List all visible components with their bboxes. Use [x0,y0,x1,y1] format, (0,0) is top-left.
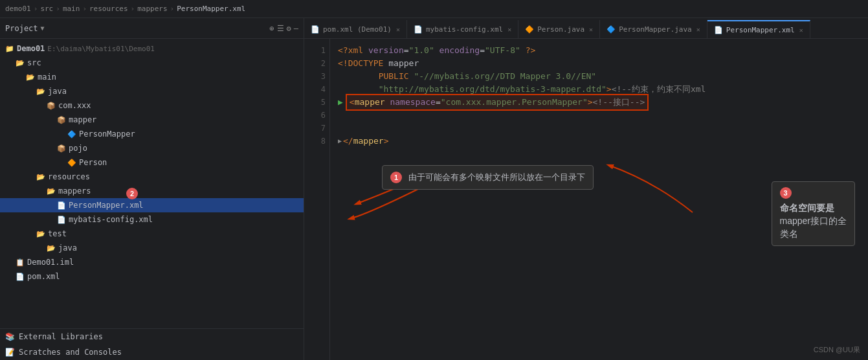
editor-area: 📄 pom.xml (Demo01) ✕ 📄 mybatis-config.xm… [304,18,868,360]
fold-icon: ▶ [338,135,342,148]
folder-icon: 📂 [36,230,45,238]
tree-item-mapper-pkg[interactable]: 📦 mapper [0,113,304,127]
tree-item-resources[interactable]: 📂 resources [0,170,304,184]
code-editor[interactable]: <?xml version="1.0" encoding="UTF-8" ?> … [330,39,868,360]
tab-xml-icon: 📄 [714,26,723,34]
breadcrumb-part: resources [89,5,128,13]
code-line-2: <!DOCTYPE mapper [338,57,860,70]
align-icon[interactable]: ☰ [277,24,284,33]
tree-item-mappers[interactable]: 📂 mappers [0,184,304,198]
watermark: CSDN @UU果 [814,345,860,355]
breadcrumb-part: mappers [137,5,167,13]
tree-label: java [48,87,67,96]
main-layout: Project ▼ ⊕ ☰ ⚙ — 📁 Demo01 E:\daima\Myba… [0,18,868,360]
file-tree: 📁 Demo01 E:\daima\Mybatis01\Demo01 📂 src… [0,39,304,328]
tree-item-test[interactable]: 📂 test [0,227,304,241]
tree-label: resources [48,172,90,181]
tab-mybatis-config[interactable]: 📄 mybatis-config.xml ✕ [407,20,518,38]
tree-item-personmapper-xml[interactable]: 📄 PersonMapper.xml [0,198,304,212]
xml-icon: 📄 [57,201,66,210]
sidebar-bottom: 📚 External Libraries 📝 Scratches and Con… [0,328,304,360]
tree-label: Person [79,158,107,167]
tree-item-pom[interactable]: 📄 pom.xml [0,269,304,284]
tab-pom[interactable]: 📄 pom.xml (Demo01) ✕ [304,20,407,38]
settings-icon[interactable]: ⚙ [287,24,291,33]
breadcrumb-current: PersonMapper.xml [177,5,245,13]
tree-label: src [27,58,41,67]
line-numbers: 1 2 3 4 5 6 7 8 [304,39,330,360]
sidebar-header-icons: ⊕ ☰ ⚙ — [269,24,298,33]
tab-person-java[interactable]: 🔶 Person.java ✕ [518,20,600,38]
tab-java-icon: 🔷 [606,25,616,34]
annotation-text-3a: 命名空间要是 [780,201,847,214]
tree-item-comxxx[interactable]: 📦 com.xxx [0,98,304,113]
tab-personmapper-java[interactable]: 🔷 PersonMapper.java ✕ [600,20,707,38]
ext-libs-label: External Libraries [19,332,103,341]
tab-close-icon[interactable]: ✕ [396,26,400,33]
tree-item-test-java[interactable]: 📂 java [0,241,304,255]
package-icon: 📦 [57,116,66,124]
tree-item-mybatis-config[interactable]: 📄 mybatis-config.xml [0,212,304,227]
folder-icon: 📂 [47,187,56,196]
code-line-1: <?xml version="1.0" encoding="UTF-8" ?> [338,44,860,57]
tree-label: Demo01.iml [27,258,74,267]
tree-label: mappers [58,186,91,196]
folder-icon: 📂 [36,173,45,181]
editor-content: 1 2 3 4 5 6 7 8 <?xml version="1.0" enco… [304,39,868,360]
tree-label: com.xxx [58,101,91,110]
tree-path: E:\daima\Mybatis01\Demo01 [47,45,155,53]
tree-item-personmapper-java[interactable]: 🔷 PersonMapper [0,127,304,141]
code-line-7 [338,122,860,135]
code-line-6 [338,109,860,122]
tree-label: Demo01 [17,44,45,53]
tab-close-icon[interactable]: ✕ [696,26,700,33]
package-icon: 📦 [47,102,56,110]
code-line-8: ▶ </mapper> [338,135,860,148]
tab-close-icon[interactable]: ✕ [589,26,593,33]
package-icon: 📦 [57,144,66,153]
folder-icon: 📂 [16,59,25,67]
tree-label: test [48,229,67,238]
xml-icon: 📄 [57,216,66,224]
folder-icon: 📂 [26,73,35,82]
close-sidebar-icon[interactable]: — [294,24,298,33]
code-line-3: PUBLIC "-//mybatis.org//DTD Mapper 3.0//… [338,70,860,83]
tab-label: pom.xml (Demo01) [323,25,392,34]
tab-close-icon[interactable]: ✕ [507,26,511,33]
tab-java-icon: 🔶 [525,25,534,34]
tree-item-demo01[interactable]: 📁 Demo01 E:\daima\Mybatis01\Demo01 [0,41,304,56]
badge-3: 3 [780,187,792,199]
breadcrumb-part: main [63,5,80,13]
tree-label: mybatis-config.xml [69,215,153,224]
tab-personmapper-xml[interactable]: 📄 PersonMapper.xml ✕ [707,20,810,38]
iml-icon: 📋 [16,258,25,267]
annotation-text-1: 由于可能会有多个映射文件所以放在一个目录下 [408,172,585,182]
tab-close-icon[interactable]: ✕ [799,27,803,34]
scratches-label: Scratches and Consoles [19,348,122,357]
annotation-tooltip-1: 1 由于可能会有多个映射文件所以放在一个目录下 [382,165,594,190]
tree-item-pojo[interactable]: 📦 pojo [0,141,304,155]
tree-label: java [58,243,77,253]
add-icon[interactable]: ⊕ [269,24,274,33]
tree-item-main[interactable]: 📂 main [0,70,304,84]
tree-item-person[interactable]: 🔶 Person [0,155,304,170]
sidebar-item-scratches[interactable]: 📝 Scratches and Consoles [0,344,304,360]
breadcrumb: demo01 › src › main › resources › mapper… [0,0,868,18]
tree-label: pom.xml [27,272,60,281]
sidebar-header: Project ▼ ⊕ ☰ ⚙ — [0,18,304,39]
tab-label: PersonMapper.java [619,25,692,34]
tree-item-java[interactable]: 📂 java [0,84,304,98]
annotation-text-3c: 类名 [780,227,847,240]
annotation-tooltip-3: 3 命名空间要是 mapper接口的全 类名 [772,181,855,246]
scratches-icon: 📝 [5,348,15,357]
sidebar-item-ext-libs[interactable]: 📚 External Libraries [0,329,304,344]
class-icon: 🔶 [67,159,76,167]
breadcrumb-part: src [40,5,53,13]
tree-item-src[interactable]: 📂 src [0,56,304,70]
tree-label: main [38,73,56,82]
annotation-text-3b: mapper接口的全 [780,214,847,227]
code-line-5: ▶ <mapper namespace="com.xxx.mapper.Pers… [338,96,860,109]
tree-item-demo01-iml[interactable]: 📋 Demo01.iml [0,255,304,269]
tree-label: PersonMapper.xml [69,201,144,210]
tab-label: PersonMapper.xml [726,26,795,34]
